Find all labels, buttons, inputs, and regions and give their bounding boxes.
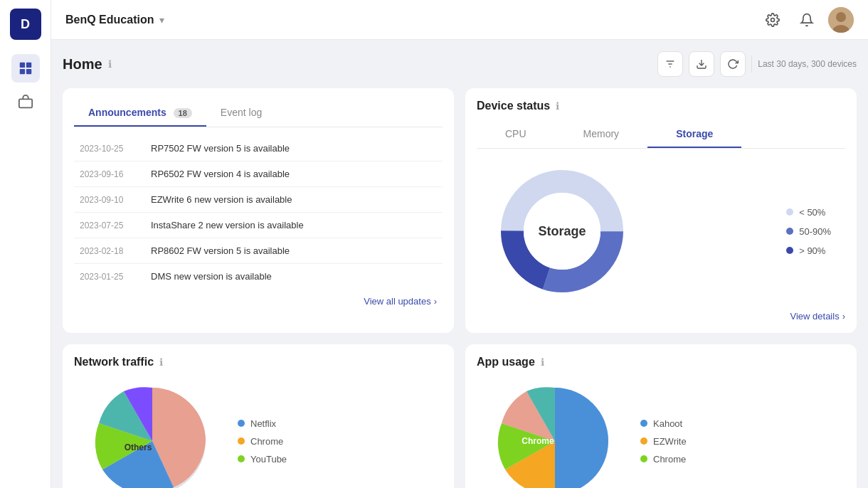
svg-rect-4 bbox=[18, 99, 31, 107]
ann-text: EZWrite 6 new version is available bbox=[151, 194, 292, 205]
legend-youtube: YouTube bbox=[238, 454, 287, 465]
legend-dot-kahoot bbox=[640, 420, 647, 427]
ann-text: RP8602 FW version 5 is available bbox=[151, 245, 290, 256]
legend-chrome: Chrome bbox=[238, 436, 287, 447]
legend-dot-ezwrite bbox=[640, 437, 647, 445]
legend-netflix: Netflix bbox=[238, 418, 287, 429]
network-pie-label: Others bbox=[125, 442, 152, 452]
header: BenQ Education ▾ bbox=[51, 0, 868, 40]
sidebar: D bbox=[0, 0, 51, 488]
main-grid: Announcements 18 Event log 2023-10-25 RP… bbox=[63, 88, 857, 488]
app-usage-info-icon[interactable]: ℹ bbox=[541, 356, 544, 368]
list-item: 2023-09-10 EZWrite 6 new version is avai… bbox=[74, 187, 443, 213]
tab-storage[interactable]: Storage bbox=[647, 121, 741, 148]
main-content: BenQ Education ▾ Home ℹ bbox=[51, 0, 868, 488]
chevron-down-icon[interactable]: ▾ bbox=[159, 14, 164, 26]
svg-rect-3 bbox=[26, 69, 31, 74]
network-traffic-card: Network traffic ℹ bbox=[63, 344, 454, 488]
announcements-list: 2023-10-25 RP7502 FW version 5 is availa… bbox=[74, 136, 443, 289]
announcements-tabs: Announcements 18 Event log bbox=[74, 100, 443, 127]
app-usage-title: App usage bbox=[477, 356, 535, 368]
ann-text: RP6502 FW version 4 is available bbox=[151, 169, 290, 179]
announcements-card: Announcements 18 Event log 2023-10-25 RP… bbox=[63, 88, 454, 333]
sidebar-item-devices[interactable] bbox=[11, 88, 40, 117]
app-usage-card: App usage ℹ bbox=[465, 344, 857, 488]
storage-donut-chart: Storage bbox=[491, 160, 633, 302]
storage-chart-area: Storage < 50% 50-90% > 90% bbox=[477, 160, 845, 302]
ann-text: InstaShare 2 new version is available bbox=[151, 220, 304, 230]
ann-date: 2023-09-10 bbox=[80, 195, 137, 205]
svg-point-7 bbox=[836, 12, 846, 22]
ann-date: 2023-07-25 bbox=[80, 221, 137, 230]
legend-dot-chrome bbox=[238, 437, 245, 445]
device-status-card: Device status ℹ CPU Memory Storage bbox=[465, 88, 857, 333]
brand-name: BenQ Education bbox=[65, 14, 154, 26]
ann-text: RP7502 FW version 5 is available bbox=[151, 143, 290, 154]
ann-date: 2023-09-16 bbox=[80, 169, 137, 179]
view-all-updates-button[interactable]: View all updates › bbox=[74, 289, 443, 307]
ann-date: 2023-01-25 bbox=[80, 272, 137, 282]
device-status-header: Device status ℹ bbox=[477, 100, 845, 112]
legend-item-high: > 90% bbox=[786, 245, 831, 256]
storage-legend: < 50% 50-90% > 90% bbox=[786, 207, 831, 256]
header-right bbox=[760, 7, 854, 33]
notifications-button[interactable] bbox=[794, 7, 820, 33]
network-traffic-info-icon[interactable]: ℹ bbox=[159, 356, 163, 368]
legend-dot-mid bbox=[786, 228, 793, 235]
ann-text: DMS new version is available bbox=[151, 271, 272, 282]
toolbar: Last 30 days, 300 devices bbox=[657, 51, 857, 77]
settings-button[interactable] bbox=[760, 7, 785, 33]
app-usage-header: App usage ℹ bbox=[477, 356, 845, 368]
network-legend: Netflix Chrome YouTube bbox=[238, 418, 287, 465]
view-details-button[interactable]: View details › bbox=[477, 302, 845, 322]
content-area: Home ℹ Last 30 days, 300 devices bbox=[51, 40, 868, 488]
legend-dot-netflix bbox=[238, 420, 245, 427]
list-item: 2023-09-16 RP6502 FW version 4 is availa… bbox=[74, 161, 443, 187]
app-usage-legend: Kahoot EZWrite Chrome bbox=[640, 418, 687, 465]
list-item: 2023-02-18 RP8602 FW version 5 is availa… bbox=[74, 238, 443, 264]
legend-dot-youtube bbox=[238, 455, 245, 462]
toolbar-divider bbox=[751, 55, 752, 73]
svg-rect-1 bbox=[26, 63, 31, 68]
storage-donut-label: Storage bbox=[538, 224, 586, 239]
legend-ezwrite: EZWrite bbox=[640, 436, 687, 447]
page-title: Home bbox=[63, 56, 102, 73]
legend-item-low: < 50% bbox=[786, 207, 831, 218]
legend-item-mid: 50-90% bbox=[786, 226, 831, 237]
legend-kahoot: Kahoot bbox=[640, 418, 687, 429]
page-title-row: Home ℹ bbox=[63, 56, 112, 73]
tab-event-log[interactable]: Event log bbox=[206, 100, 276, 127]
list-item: 2023-07-25 InstaShare 2 new version is a… bbox=[74, 213, 443, 238]
logo[interactable]: D bbox=[10, 9, 41, 40]
legend-dot-low bbox=[786, 208, 793, 216]
device-status-info-icon[interactable]: ℹ bbox=[556, 100, 559, 112]
logo-text: D bbox=[21, 17, 30, 32]
network-pie-chart: Others bbox=[81, 377, 223, 488]
list-item: 2023-01-25 DMS new version is available bbox=[74, 264, 443, 289]
network-traffic-header: Network traffic ℹ bbox=[74, 356, 443, 368]
tab-cpu[interactable]: CPU bbox=[477, 121, 555, 148]
page-info-icon[interactable]: ℹ bbox=[108, 58, 112, 70]
filter-button[interactable] bbox=[657, 51, 683, 77]
network-chart-area: Others Netflix Chrome YouT bbox=[74, 377, 443, 488]
refresh-button[interactable] bbox=[720, 51, 746, 77]
download-button[interactable] bbox=[689, 51, 714, 77]
ann-date: 2023-02-18 bbox=[80, 246, 137, 256]
list-item: 2023-10-25 RP7502 FW version 5 is availa… bbox=[74, 136, 443, 161]
svg-rect-2 bbox=[19, 69, 24, 74]
page-header: Home ℹ Last 30 days, 300 devices bbox=[63, 51, 857, 77]
header-left: BenQ Education ▾ bbox=[65, 14, 164, 26]
network-traffic-title: Network traffic bbox=[74, 356, 154, 368]
sidebar-item-dashboard[interactable] bbox=[11, 54, 40, 83]
ann-date: 2023-10-25 bbox=[80, 144, 137, 154]
app-usage-chart-area: Chrome Kahoot EZWrite Chro bbox=[477, 377, 845, 488]
app-usage-pie-label: Chrome bbox=[522, 436, 554, 446]
toolbar-date-label: Last 30 days, 300 devices bbox=[758, 59, 857, 69]
tab-announcements[interactable]: Announcements 18 bbox=[74, 100, 206, 127]
app-usage-pie-chart: Chrome bbox=[484, 377, 626, 488]
device-status-title: Device status bbox=[477, 100, 550, 112]
announcements-badge: 18 bbox=[174, 108, 192, 118]
svg-point-5 bbox=[771, 18, 775, 21]
avatar[interactable] bbox=[828, 7, 854, 33]
tab-memory[interactable]: Memory bbox=[555, 121, 648, 148]
